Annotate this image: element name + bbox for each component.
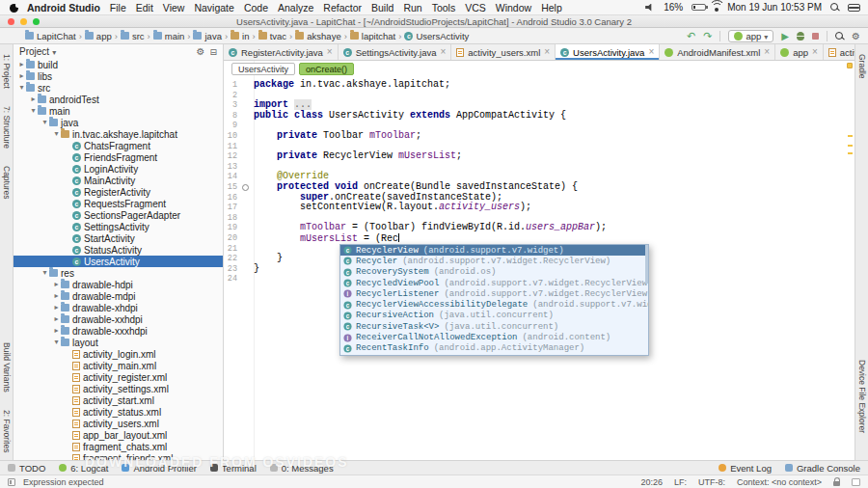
tree-item[interactable]: drawable-hdpi <box>14 279 223 290</box>
collapse-arrow-icon[interactable] <box>41 267 49 279</box>
collapse-arrow-icon[interactable] <box>29 105 38 117</box>
tree-item[interactable]: ChatsFragment <box>14 140 223 151</box>
wifi-icon[interactable] <box>715 8 719 12</box>
tool-window-button[interactable]: 0: Messages <box>270 463 334 474</box>
warning-stripe-mark[interactable] <box>848 152 853 154</box>
tree-item[interactable]: SectionsPagerAdapter <box>14 209 223 221</box>
menubar-item[interactable]: Analyze <box>273 2 318 14</box>
menu-clock[interactable]: Mon 19 Jun 10:53 PM <box>727 2 822 13</box>
editor-tab[interactable]: SettingsActivity.java <box>339 44 452 60</box>
tree-item[interactable]: app_bar_layout.xml <box>14 429 223 441</box>
tool-window-button[interactable]: Gradle Console <box>785 463 860 474</box>
tree-item[interactable]: drawable-xhdpi <box>14 302 223 313</box>
tree-item[interactable]: SettingsActivity <box>14 221 223 232</box>
tree-item[interactable]: activity_main.xml <box>14 360 223 371</box>
tree-item[interactable]: StartActivity <box>14 232 223 244</box>
stop-button[interactable] <box>812 33 819 40</box>
collapse-arrow-icon[interactable] <box>17 82 26 94</box>
completion-item[interactable]: RecognitionListener(android.speech) <box>340 354 648 356</box>
completion-scrollbar[interactable] <box>645 245 648 284</box>
minimize-window-button[interactable] <box>20 18 27 25</box>
menubar-item[interactable]: Code <box>239 2 273 14</box>
tree-item[interactable]: libs <box>14 70 223 82</box>
tree-item[interactable]: drawable-mdpi <box>14 290 223 302</box>
tool-window-switcher-icon[interactable] <box>8 478 15 486</box>
apple-logo-icon[interactable] <box>10 3 18 13</box>
project-panel-title[interactable]: Project <box>19 46 49 57</box>
collapse-arrow-icon[interactable] <box>52 128 61 140</box>
expand-arrow-icon[interactable] <box>52 279 61 290</box>
menubar-item[interactable]: Navigate <box>189 2 238 14</box>
close-icon[interactable] <box>764 47 770 57</box>
search-everywhere-icon[interactable] <box>835 32 844 41</box>
tool-window-button[interactable]: Terminal <box>210 463 257 474</box>
tool-window-button[interactable]: 6: Logcat <box>59 463 108 474</box>
close-icon[interactable] <box>812 47 818 57</box>
menubar-item[interactable]: Run <box>398 2 426 14</box>
expand-arrow-icon[interactable] <box>17 70 26 82</box>
tree-item[interactable]: StatusActivity <box>14 244 223 256</box>
editor-tab[interactable]: RegisterActivity.java <box>224 44 339 60</box>
tree-item[interactable]: res <box>14 267 223 279</box>
breadcrumb-item[interactable]: src <box>121 31 145 41</box>
menubar-item[interactable]: View <box>158 2 190 14</box>
expand-arrow-icon[interactable] <box>52 313 61 325</box>
tree-item[interactable]: drawable-xxhdpi <box>14 313 223 325</box>
completion-item[interactable]: ReceiverCallNotAllowedException(android.… <box>340 332 648 342</box>
editor-tab[interactable]: app <box>775 44 824 60</box>
expand-arrow-icon[interactable] <box>29 94 38 105</box>
warning-stripe-mark[interactable] <box>848 135 853 137</box>
editor-tab[interactable]: AndroidManifest.xml <box>660 44 775 60</box>
highlighting-level-icon[interactable] <box>852 478 860 486</box>
tree-item[interactable]: main <box>14 105 223 117</box>
tool-window-button[interactable]: 7: Structure <box>2 106 12 149</box>
tree-item[interactable]: activity_status.xml <box>14 406 223 418</box>
settings-gear-icon[interactable] <box>196 46 204 57</box>
tool-window-button[interactable]: Android Profiler <box>122 463 196 474</box>
menubar-item[interactable]: Window <box>491 2 536 14</box>
tree-item[interactable]: activity_register.xml <box>14 371 223 383</box>
completion-item[interactable]: RecyclerView(android.support.v7.widget) <box>340 245 648 256</box>
tool-window-button[interactable]: Captures <box>2 166 12 200</box>
spotlight-icon[interactable] <box>830 3 839 12</box>
close-icon[interactable] <box>440 47 446 57</box>
collapse-all-icon[interactable] <box>209 46 217 57</box>
forward-arrow-icon[interactable] <box>703 31 712 41</box>
encoding-indicator[interactable]: UTF-8: <box>698 477 725 487</box>
tree-item[interactable]: drawable-xxxhdpi <box>14 325 223 337</box>
editor-tab[interactable]: UsersActivity.java <box>556 44 660 60</box>
warning-stripe-mark[interactable] <box>848 145 853 147</box>
tree-item[interactable]: RegisterActivity <box>14 186 223 198</box>
tool-window-button[interactable]: 2: Favorites <box>2 410 12 452</box>
battery-icon[interactable] <box>692 4 706 11</box>
completion-item[interactable]: RecycledViewPool(android.support.v7.widg… <box>340 278 648 288</box>
breadcrumb-item[interactable]: app <box>85 31 112 41</box>
tool-window-button[interactable]: TODO <box>8 463 45 474</box>
tool-window-button[interactable]: Device File Explorer <box>857 360 867 433</box>
editor-tab[interactable]: activity_settings.xml <box>824 44 854 60</box>
tree-item[interactable]: RequestsFragment <box>14 198 223 209</box>
breadcrumb-item[interactable]: in <box>231 31 249 41</box>
close-icon[interactable] <box>648 47 654 57</box>
close-icon[interactable] <box>327 47 333 57</box>
completion-item[interactable]: RecoverySystem(android.os) <box>340 267 648 278</box>
tree-item[interactable]: FriendsFragment <box>14 151 223 163</box>
volume-icon[interactable] <box>645 4 655 12</box>
expand-arrow-icon[interactable] <box>52 302 61 313</box>
menubar-item[interactable]: Edit <box>131 2 158 14</box>
collapse-arrow-icon[interactable] <box>52 337 61 348</box>
notification-center-icon[interactable] <box>848 4 858 12</box>
breadcrumb-method-chip[interactable]: onCreate() <box>299 63 354 75</box>
tree-item[interactable]: LoginActivity <box>14 163 223 175</box>
tree-item[interactable]: MainActivity <box>14 175 223 186</box>
expand-arrow-icon[interactable] <box>52 290 61 302</box>
tree-item[interactable]: layout <box>14 337 223 348</box>
close-window-button[interactable] <box>8 18 14 25</box>
tree-item[interactable]: activity_users.xml <box>14 418 223 429</box>
run-button[interactable] <box>781 31 789 41</box>
caret-position[interactable]: 20:26 <box>640 477 663 487</box>
menubar-item[interactable]: Help <box>536 2 567 14</box>
breadcrumb-class-chip[interactable]: UsersActivity <box>231 63 295 75</box>
completion-item[interactable]: RecyclerViewAccessibilityDelegate(androi… <box>340 299 648 310</box>
tree-item[interactable]: build <box>14 59 223 70</box>
